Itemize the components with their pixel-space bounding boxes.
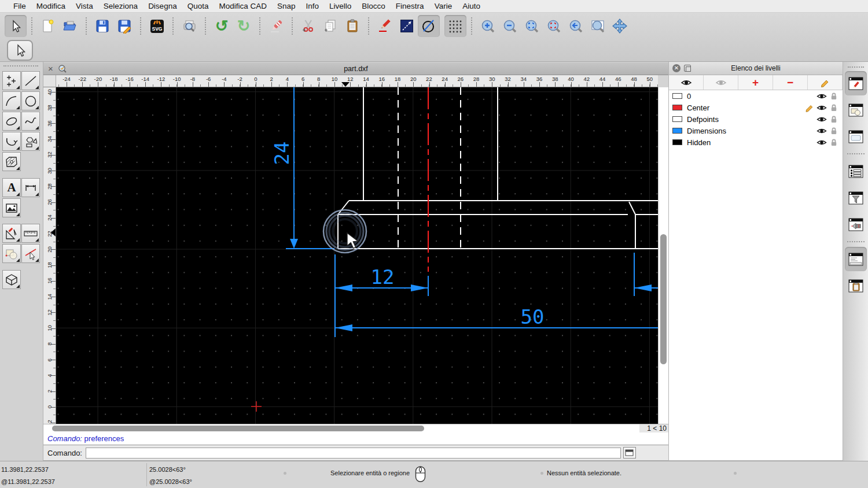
view-widget-dock-button[interactable] <box>845 212 867 236</box>
points-tool-button[interactable] <box>2 71 21 90</box>
command-input[interactable] <box>86 448 621 459</box>
ruler-corner <box>43 75 56 87</box>
horizontal-scrollbar[interactable]: 1 < 10 <box>43 424 668 432</box>
dimension-tool-button[interactable] <box>21 178 40 197</box>
selection-filter-dock-button[interactable] <box>845 186 867 210</box>
panel-close-icon[interactable]: ✕ <box>672 64 681 72</box>
undo-button[interactable]: ↺ <box>211 15 233 37</box>
zoom-previous-button[interactable] <box>565 15 587 37</box>
spline-tool-button[interactable] <box>21 112 40 131</box>
layer-row[interactable]: 0 <box>669 90 843 102</box>
modify-tool-button[interactable] <box>2 224 21 243</box>
copy-button[interactable] <box>319 15 341 37</box>
open-file-button[interactable] <box>59 15 81 37</box>
ellipse-tool-button[interactable] <box>2 112 21 131</box>
layer-lock-icon[interactable] <box>829 138 839 146</box>
zoom-in-button[interactable] <box>477 15 499 37</box>
menu-item[interactable]: Seleziona <box>98 2 143 10</box>
measure-tool-button[interactable] <box>21 224 40 243</box>
menu-item[interactable]: Info <box>301 2 325 10</box>
drawing-canvas[interactable]: 24 12 50 <box>56 87 658 424</box>
vertical-scrollbar[interactable] <box>658 87 668 424</box>
svg-export-button[interactable]: SVG <box>146 15 168 37</box>
menu-item[interactable]: Finestra <box>391 2 429 10</box>
image-tool-button[interactable] <box>2 198 21 217</box>
ruler-label-cell: 2 <box>43 383 56 399</box>
save-button[interactable] <box>91 15 113 37</box>
menu-item[interactable]: Modifica CAD <box>214 2 272 10</box>
line-tool-button[interactable] <box>396 15 418 37</box>
select-tool-button[interactable] <box>5 15 27 37</box>
zoom-auto-button[interactable] <box>521 15 543 37</box>
menu-item[interactable]: File <box>8 2 31 10</box>
library-browser-dock-button[interactable] <box>845 124 867 149</box>
relative-coordinates: @11.3981,22.2537 <box>1 478 55 485</box>
layer-row[interactable]: Center <box>669 102 843 113</box>
layer-lock-icon[interactable] <box>829 127 839 135</box>
menu-item[interactable]: Modifica <box>31 2 71 10</box>
command-history: Comando: preferences <box>43 432 668 445</box>
paste-button[interactable] <box>341 15 363 37</box>
hide-all-layers-button[interactable] <box>704 75 738 90</box>
erase-button[interactable] <box>265 15 287 37</box>
layer-row[interactable]: Defpoints <box>669 113 843 125</box>
layer-lock-icon[interactable] <box>829 115 839 123</box>
circle-tool-palette-button[interactable] <box>21 91 40 110</box>
circle-tool-button[interactable] <box>418 15 440 37</box>
panel-detach-icon[interactable] <box>684 65 691 72</box>
property-editor-dock-button[interactable] <box>845 159 867 183</box>
zoom-out-button[interactable] <box>499 15 521 37</box>
menu-item[interactable]: Varie <box>429 2 458 10</box>
vertical-scrollbar-thumb[interactable] <box>660 234 667 364</box>
layer-visibility-icon[interactable] <box>816 116 827 123</box>
menu-item[interactable]: Vista <box>71 2 98 10</box>
menu-item[interactable]: Blocco <box>356 2 391 10</box>
dock-drag-handle[interactable] <box>848 66 864 68</box>
print-preview-button[interactable] <box>178 15 200 37</box>
clipboard-dock-button[interactable] <box>845 273 867 298</box>
block-tool-button[interactable] <box>2 244 21 263</box>
select-tool-button-row2[interactable] <box>7 40 33 61</box>
pan-button[interactable] <box>609 15 631 37</box>
menu-item[interactable]: Livello <box>324 2 356 10</box>
layer-row[interactable]: Hidden <box>669 136 843 148</box>
layer-visibility-icon[interactable] <box>816 93 827 100</box>
solid-3d-tool-button[interactable] <box>2 270 21 289</box>
save-as-button[interactable] <box>113 15 135 37</box>
shapes-tool-button[interactable] <box>21 132 40 151</box>
menu-item[interactable]: Snap <box>272 2 301 10</box>
layer-list-dock-button[interactable] <box>845 71 867 95</box>
zoom-selection-button[interactable] <box>543 15 565 37</box>
zoom-window-button[interactable] <box>587 15 609 37</box>
layer-visibility-icon[interactable] <box>816 127 827 135</box>
arc-tool-button[interactable] <box>2 91 21 110</box>
add-layer-button[interactable]: + <box>738 75 773 90</box>
horizontal-scrollbar-thumb[interactable] <box>52 426 424 431</box>
text-tool-button[interactable]: A <box>2 178 21 197</box>
layer-visibility-icon[interactable] <box>816 104 827 112</box>
pen-edit-button[interactable] <box>374 15 396 37</box>
edit-layer-button[interactable] <box>808 75 843 90</box>
layer-lock-icon[interactable] <box>829 103 839 112</box>
block-list-dock-button[interactable] <box>845 98 867 122</box>
show-all-layers-button[interactable] <box>669 75 704 90</box>
palette-drag-handle[interactable] <box>3 65 38 66</box>
polyline-tool-button[interactable] <box>2 132 21 151</box>
hatch-tool-button[interactable] <box>2 152 21 171</box>
menu-item[interactable]: Aiuto <box>457 2 486 10</box>
menu-item[interactable]: Quota <box>182 2 214 10</box>
command-detach-button[interactable] <box>623 447 636 459</box>
command-line-dock-button[interactable] <box>845 247 867 271</box>
layer-row[interactable]: Dimensions <box>669 125 843 136</box>
remove-layer-button[interactable]: − <box>773 75 808 90</box>
application-window: FileModificaVistaSelezionaDisegnaQuotaMo… <box>0 0 868 488</box>
layer-visibility-icon[interactable] <box>816 139 827 146</box>
menu-item[interactable]: Disegna <box>143 2 182 10</box>
cut-button[interactable] <box>297 15 319 37</box>
layer-lock-icon[interactable] <box>829 92 839 100</box>
redo-button[interactable]: ↻ <box>233 15 255 37</box>
line-tool-palette-button[interactable] <box>21 71 40 90</box>
grid-toggle-button[interactable] <box>444 15 466 37</box>
select-entity-tool-button[interactable] <box>21 244 40 263</box>
new-file-button[interactable] <box>37 15 59 37</box>
